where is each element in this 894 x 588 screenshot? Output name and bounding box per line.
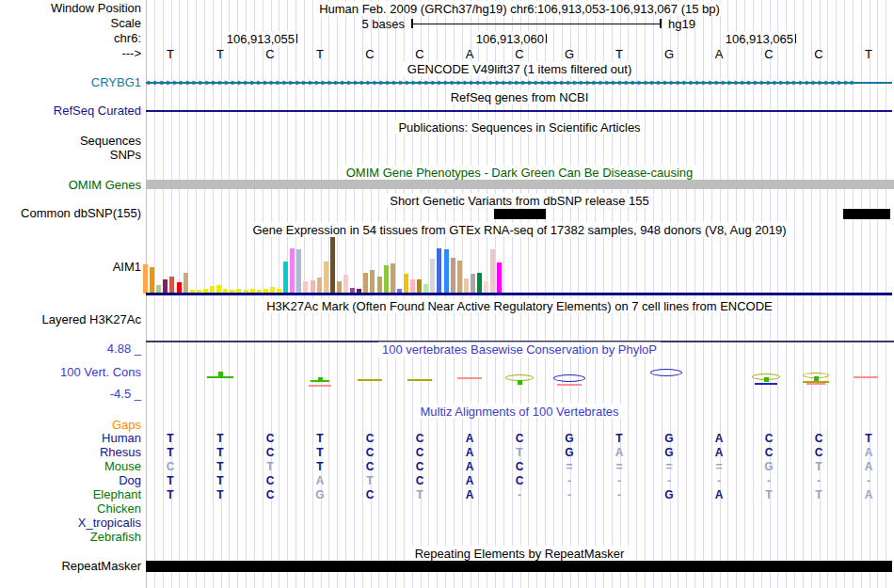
alignment-base: - xyxy=(567,488,571,501)
gtex-bar xyxy=(410,279,415,294)
multiz-row-label-human[interactable]: Human xyxy=(0,432,141,445)
dbsnp-variant[interactable] xyxy=(494,209,546,219)
phylop-mark xyxy=(518,380,522,385)
base-letter: C xyxy=(764,47,773,61)
alignment-base: C xyxy=(366,460,375,473)
track-label-crybg1[interactable]: CRYBG1 xyxy=(0,76,141,89)
multiz-row-label-rhesus[interactable]: Rhesus xyxy=(0,446,141,459)
alignment-base: C xyxy=(516,460,524,473)
strand-label[interactable]: ---> xyxy=(0,47,141,60)
alignment-base: T xyxy=(266,460,273,473)
gtex-bar xyxy=(184,273,188,294)
phylop-mark xyxy=(309,385,331,387)
h3k27ac-track-title[interactable]: H3K27Ac Mark (Often Found Near Active Re… xyxy=(263,299,776,313)
omim-gene-bar[interactable] xyxy=(146,180,894,189)
phylop-mark xyxy=(218,372,223,376)
gtex-bar xyxy=(430,259,435,294)
alignment-base: = xyxy=(715,460,722,473)
base-letter: C xyxy=(515,47,523,61)
base-letter: T xyxy=(865,47,872,61)
gtex-bar xyxy=(370,270,375,294)
alignment-base: G xyxy=(664,488,673,501)
base-letter: C xyxy=(415,47,423,61)
track-label-aim1[interactable]: AIM1 xyxy=(0,261,141,274)
gtex-track-title[interactable]: Gene Expression in 54 tissues from GTEx … xyxy=(248,223,790,237)
multiz-track-title[interactable]: Multiz Alignments of 100 Vertebrates xyxy=(416,405,622,419)
gtex-bar xyxy=(404,274,408,294)
alignment-base: - xyxy=(817,474,821,487)
track-label-snps[interactable]: SNPs xyxy=(0,149,141,162)
alignment-base: = xyxy=(615,460,622,473)
gtex-bar xyxy=(477,273,482,294)
phylop-min-value[interactable]: -4.5 _ xyxy=(0,388,141,401)
gtex-bar xyxy=(169,277,174,294)
alignment-base: T xyxy=(416,488,423,501)
base-letter: A xyxy=(466,47,474,61)
gtex-bar xyxy=(464,278,469,294)
track-label-common-dbsnp[interactable]: Common dbSNP(155) xyxy=(0,207,141,220)
alignment-base: G xyxy=(664,432,673,445)
phylop-mark xyxy=(557,384,582,386)
dbsnp-variant[interactable] xyxy=(843,209,890,219)
repeatmasker-element-bar[interactable] xyxy=(146,561,892,572)
multiz-row-label-mouse[interactable]: Mouse xyxy=(0,460,141,473)
alignment-base: C xyxy=(516,432,524,445)
phylop-track-title[interactable]: 100 vertebrates Basewise Conservation by… xyxy=(378,342,661,357)
alignment-base: T xyxy=(316,460,323,473)
gencode-track-title[interactable]: GENCODE V49lift37 (1 items filtered out) xyxy=(404,62,635,76)
alignment-base: T xyxy=(615,432,622,445)
alignment-base: = xyxy=(665,460,672,473)
track-label-layered-h3k27ac[interactable]: Layered H3K27Ac xyxy=(0,313,141,326)
ruler-coordinate: 106,913,055 xyxy=(224,32,295,46)
multiz-row-label-dog[interactable]: Dog xyxy=(0,474,141,487)
base-letter: T xyxy=(167,47,174,61)
window-position-label[interactable]: Window Position xyxy=(0,2,141,15)
gtex-bar xyxy=(343,275,348,294)
alignment-base: T xyxy=(815,460,822,473)
multiz-row-label-x-tropicalis[interactable]: X_tropicalis xyxy=(0,516,141,530)
alignment-base: T xyxy=(216,460,223,473)
gtex-bar xyxy=(163,279,168,294)
publications-track-title[interactable]: Publications: Sequences in Scientific Ar… xyxy=(394,120,644,135)
gtex-baseline xyxy=(146,293,892,295)
track-label-refseq-curated[interactable]: RefSeq Curated xyxy=(0,104,141,118)
alignment-base: - xyxy=(867,474,870,487)
multiz-row-label-chicken[interactable]: Chicken xyxy=(0,502,141,516)
base-letter: T xyxy=(316,47,324,61)
alignment-base: T xyxy=(216,488,223,501)
track-label-sequences[interactable]: Sequences xyxy=(0,135,141,148)
scale-value-label: 5 bases xyxy=(311,17,405,31)
phylop-mark xyxy=(358,379,382,381)
gtex-bar xyxy=(417,279,422,294)
alignment-base: C xyxy=(266,488,275,501)
alignment-base: C xyxy=(266,474,275,487)
gtex-bar xyxy=(330,237,335,294)
base-letter: G xyxy=(664,47,674,61)
alignment-base: A xyxy=(865,460,873,473)
repeatmasker-track-title[interactable]: Repeating Elements by RepeatMasker xyxy=(411,547,629,561)
alignment-base: G xyxy=(565,446,573,459)
gtex-bar xyxy=(391,263,395,294)
track-label-100-vert-cons[interactable]: 100 Vert. Cons xyxy=(0,366,141,379)
refseq-track-title[interactable]: RefSeq genes from NCBI xyxy=(447,90,593,104)
chrom-label[interactable]: chr6: xyxy=(0,32,141,45)
phylop-mark xyxy=(318,377,323,382)
track-label-omim-genes[interactable]: OMIM Genes xyxy=(0,179,141,192)
assembly-label: hg19 xyxy=(668,17,695,31)
alignment-base: C xyxy=(516,474,524,487)
phylop-max-value[interactable]: 4.88 _ xyxy=(0,342,141,356)
gtex-bar xyxy=(150,267,154,294)
multiz-row-label-gaps[interactable]: Gaps xyxy=(0,419,141,432)
track-label-repeatmasker[interactable]: RepeatMasker xyxy=(0,560,141,573)
gencode-strand-arrows[interactable]: >>>>>>>>>>>>>>>>>>>>>>>>>>>>>>>>>>>>>>>>… xyxy=(147,77,892,88)
position-title[interactable]: Human Feb. 2009 (GRCh37/hg19) chr6:106,9… xyxy=(315,2,724,16)
alignment-base: C xyxy=(765,432,774,445)
omim-track-title[interactable]: OMIM Gene Phenotypes - Dark Green Can Be… xyxy=(343,166,697,180)
dbsnp-track-title[interactable]: Short Genetic Variants from dbSNP releas… xyxy=(386,194,653,208)
gtex-bar xyxy=(384,265,389,294)
multiz-row-label-elephant[interactable]: Elephant xyxy=(0,488,141,501)
multiz-row-label-zebrafish[interactable]: Zebrafish xyxy=(0,531,141,544)
refseq-curated-gene-line[interactable] xyxy=(146,110,892,112)
scale-label[interactable]: Scale xyxy=(0,17,141,30)
alignment-base: C xyxy=(266,432,275,445)
